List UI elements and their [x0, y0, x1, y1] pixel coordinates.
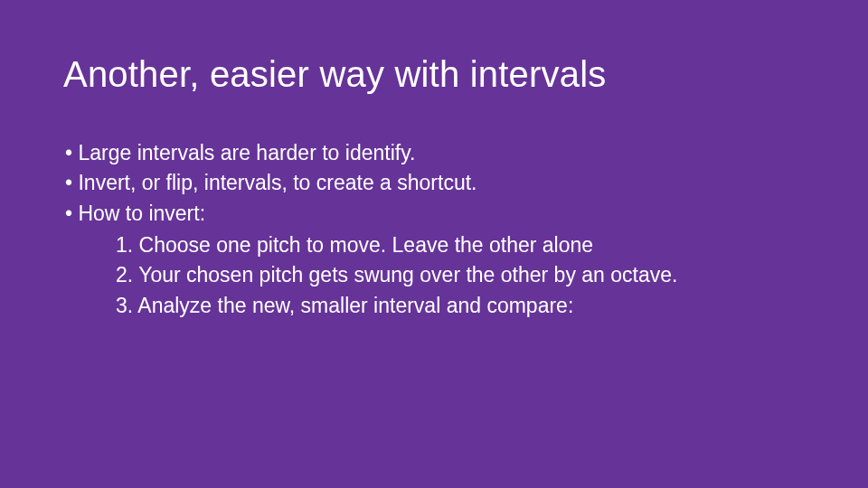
step-number: 1.: [116, 233, 133, 257]
step-item: 3. Analyze the new, smaller interval and…: [116, 291, 805, 321]
step-number: 3.: [116, 294, 133, 317]
step-text: Analyze the new, smaller interval and co…: [137, 294, 573, 317]
step-text: Your chosen pitch gets swung over the ot…: [138, 263, 677, 286]
bullet-list: Large intervals are harder to identify. …: [63, 138, 805, 229]
bullet-item: Invert, or flip, intervals, to create a …: [65, 168, 805, 198]
bullet-item: Large intervals are harder to identify.: [65, 138, 805, 168]
step-item: 1. Choose one pitch to move. Leave the o…: [116, 230, 805, 260]
step-text: Choose one pitch to move. Leave the othe…: [139, 233, 594, 257]
step-list: 1. Choose one pitch to move. Leave the o…: [63, 230, 805, 321]
bullet-item: How to invert:: [65, 199, 805, 229]
step-number: 2.: [116, 263, 133, 286]
slide-title: Another, easier way with intervals: [63, 54, 805, 95]
step-item: 2. Your chosen pitch gets swung over the…: [116, 260, 805, 290]
slide-body: Large intervals are harder to identify. …: [63, 138, 805, 321]
